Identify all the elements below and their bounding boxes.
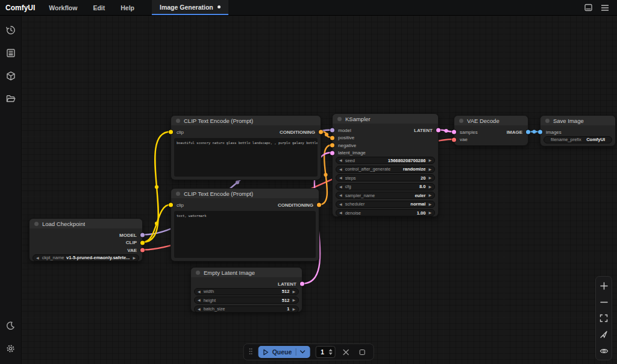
node-header[interactable]: CLIP Text Encode (Prompt) (171, 189, 319, 198)
widget-ckpt_name[interactable]: ◀ckpt_namev1-5-pruned-emaonly.safete...▶ (33, 254, 139, 262)
increment-arrow-icon[interactable]: ▶ (292, 298, 295, 302)
settings-gear-icon[interactable] (2, 340, 19, 357)
widget-cfg[interactable]: ◀cfg8.0▶ (336, 183, 435, 190)
select-mode-icon[interactable] (598, 329, 609, 340)
interrupt-stop-icon[interactable] (357, 347, 368, 357)
node-ksampler[interactable]: KSamplermodelLATENTpositivenegativelaten… (332, 113, 439, 217)
menu-workflow[interactable]: Workflow (41, 0, 85, 15)
input-port-latent_image[interactable] (330, 151, 334, 155)
output-port-LATENT[interactable] (436, 128, 440, 133)
node-header[interactable]: KSampler (333, 114, 438, 124)
batch-count-input[interactable]: 1 (315, 346, 335, 358)
node-vae-decode[interactable]: VAE DecodesamplesIMAGEvae (454, 115, 528, 146)
node-collapse-dot[interactable] (176, 119, 180, 123)
decrement-arrow-icon[interactable]: ◀ (339, 185, 342, 189)
increment-arrow-icon[interactable]: ▶ (428, 176, 431, 180)
widget-height[interactable]: ◀height512▶ (194, 297, 299, 304)
hamburger-menu-icon[interactable] (599, 2, 611, 14)
increment-arrow-icon[interactable]: ▶ (428, 211, 431, 215)
increment-arrow-icon[interactable]: ▶ (428, 202, 431, 206)
decrement-arrow-icon[interactable]: ◀ (198, 298, 201, 302)
queue-icon[interactable] (2, 45, 19, 61)
decrement-arrow-icon[interactable]: ◀ (339, 176, 342, 180)
widget-seed[interactable]: ◀seed156680208700286▶ (336, 157, 435, 164)
bottom-panel-icon[interactable] (582, 2, 594, 14)
node-save-image[interactable]: Save Imageimagesfilename_prefixComfyUI (540, 115, 616, 146)
node-title: VAE Decode (467, 118, 500, 124)
decrement-arrow-icon[interactable]: ◀ (198, 307, 201, 311)
node-header[interactable]: Empty Latent Image (191, 268, 302, 277)
output-port-CONDITIONING[interactable] (319, 130, 323, 134)
drag-handle[interactable] (249, 348, 253, 356)
widget-batch_size[interactable]: ◀batch_size1▶ (194, 306, 299, 313)
prompt-text-widget[interactable]: text, watermark (174, 211, 316, 259)
node-load-checkpoint[interactable]: Load CheckpointMODELCLIPVAE◀ckpt_namev1-… (29, 218, 143, 262)
output-port-LATENT[interactable] (300, 282, 304, 286)
increment-arrow-icon[interactable]: ▶ (292, 290, 295, 293)
toggle-link-visibility-icon[interactable] (598, 345, 609, 356)
widget-label: ckpt_name (42, 255, 64, 260)
node-empty-latent-image[interactable]: Empty Latent ImageLATENT◀width512▶◀heigh… (190, 267, 302, 312)
node-collapse-dot[interactable] (337, 117, 342, 121)
queue-button[interactable]: Queue (258, 346, 310, 358)
input-port-clip[interactable] (169, 203, 173, 207)
zoom-out-icon[interactable] (598, 297, 609, 307)
widget-filename_prefix[interactable]: filename_prefixComfyUI (543, 136, 612, 143)
decrement-arrow-icon[interactable]: ◀ (339, 158, 342, 162)
slot-row: positive (333, 134, 438, 142)
workflow-history-icon[interactable] (2, 22, 19, 39)
widget-denoise[interactable]: ◀denoise1.00▶ (336, 209, 435, 216)
node-collapse-dot[interactable] (196, 271, 200, 275)
output-port-MODEL[interactable] (140, 233, 145, 237)
node-collapse-dot[interactable] (34, 222, 39, 226)
decrement-arrow-icon[interactable]: ◀ (339, 202, 342, 206)
workflow-tab[interactable]: Image Generation (152, 0, 228, 15)
decrement-arrow-icon[interactable]: ◀ (339, 168, 342, 171)
node-header[interactable]: VAE Decode (454, 116, 528, 125)
increment-arrow-icon[interactable]: ▶ (428, 158, 431, 162)
decrement-arrow-icon[interactable]: ◀ (339, 211, 342, 215)
prompt-text-widget[interactable]: beautiful scenery nature glass bottle la… (174, 138, 318, 177)
decrement-arrow-icon[interactable]: ◀ (339, 193, 342, 197)
input-port-images[interactable] (538, 130, 542, 134)
input-port-samples[interactable] (452, 130, 456, 134)
input-port-model[interactable] (330, 128, 334, 133)
menu-edit[interactable]: Edit (85, 0, 113, 15)
input-port-vae[interactable] (452, 137, 456, 142)
node-header[interactable]: CLIP Text Encode (Prompt) (171, 116, 321, 125)
menu-help[interactable]: Help (113, 0, 142, 15)
decrement-arrow-icon[interactable]: ◀ (198, 290, 201, 293)
decrement-arrow-icon[interactable]: ◀ (36, 256, 39, 260)
output-port-CONDITIONING[interactable] (317, 203, 321, 207)
widget-control_after_generate[interactable]: ◀control_after_generaterandomize▶ (336, 166, 435, 173)
increment-arrow-icon[interactable]: ▶ (428, 185, 431, 189)
widget-steps[interactable]: ◀steps20▶ (336, 174, 435, 181)
input-port-negative[interactable] (330, 143, 334, 148)
model-library-icon[interactable] (2, 67, 19, 84)
node-collapse-dot[interactable] (176, 192, 180, 196)
node-clip-text-encode-negative[interactable]: CLIP Text Encode (Prompt)clipCONDITIONIN… (171, 188, 319, 262)
input-port-clip[interactable] (169, 130, 173, 134)
widget-width[interactable]: ◀width512▶ (194, 288, 299, 295)
zoom-in-icon[interactable] (598, 280, 609, 291)
input-port-positive[interactable] (330, 136, 334, 140)
batch-stepper[interactable] (328, 349, 332, 355)
node-collapse-dot[interactable] (459, 119, 463, 123)
widget-scheduler[interactable]: ◀schedulernormal▶ (336, 201, 435, 208)
output-port-VAE[interactable] (140, 248, 145, 253)
node-header[interactable]: Load Checkpoint (30, 219, 142, 228)
widget-sampler_name[interactable]: ◀sampler_nameeuler▶ (336, 192, 435, 199)
node-header[interactable]: Save Image (540, 116, 615, 125)
workflows-folder-icon[interactable] (2, 90, 19, 107)
clear-queue-icon[interactable] (340, 347, 351, 357)
node-clip-text-encode-positive[interactable]: CLIP Text Encode (Prompt)clipCONDITIONIN… (171, 115, 321, 180)
output-port-CLIP[interactable] (140, 240, 145, 245)
increment-arrow-icon[interactable]: ▶ (428, 193, 431, 197)
increment-arrow-icon[interactable]: ▶ (133, 256, 136, 260)
output-port-IMAGE[interactable] (526, 130, 530, 134)
increment-arrow-icon[interactable]: ▶ (292, 307, 295, 311)
fit-view-icon[interactable] (598, 313, 609, 324)
increment-arrow-icon[interactable]: ▶ (428, 168, 431, 171)
node-collapse-dot[interactable] (545, 119, 550, 123)
theme-toggle-icon[interactable] (2, 317, 19, 334)
